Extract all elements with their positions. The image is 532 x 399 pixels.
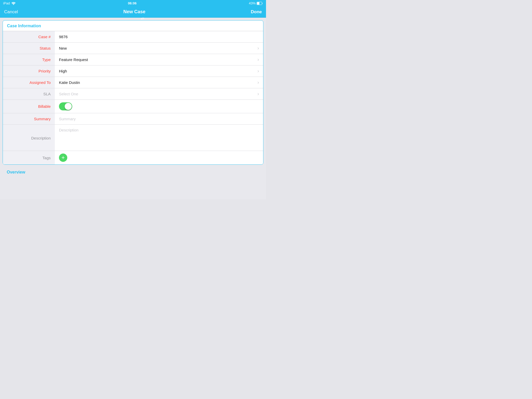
tags-row: Tags + xyxy=(3,151,263,164)
assigned-to-text: Katie Dustin xyxy=(59,80,80,85)
sla-row[interactable]: SLA Select One › xyxy=(3,88,263,100)
status-chevron-icon: › xyxy=(257,45,259,51)
assigned-to-row[interactable]: Assigned To Katie Dustin › xyxy=(3,77,263,88)
status-bar: iPad 06:06 43% xyxy=(0,0,266,6)
type-text: Feature Request xyxy=(59,57,88,62)
status-right: 43% xyxy=(249,1,263,5)
add-tag-button[interactable]: + xyxy=(59,154,67,162)
sla-chevron-icon: › xyxy=(257,91,259,97)
type-label: Type xyxy=(3,54,55,65)
toggle-knob xyxy=(65,103,72,110)
status-row[interactable]: Status New › xyxy=(3,43,263,54)
navigation-bar: Cancel New Case ✏ Done xyxy=(0,6,266,18)
section-title: Case Information xyxy=(7,24,41,28)
main-content: Case Information Case # 9876 Status New … xyxy=(0,18,266,200)
svg-point-0 xyxy=(13,4,14,5)
assigned-to-value[interactable]: Katie Dustin › xyxy=(55,77,263,88)
summary-row: Summary Summary xyxy=(3,113,263,125)
assigned-to-label: Assigned To xyxy=(3,77,55,88)
sla-label: SLA xyxy=(3,88,55,99)
overview-title[interactable]: Overview xyxy=(7,170,25,174)
nav-title: New Case xyxy=(123,9,145,15)
summary-label: Summary xyxy=(3,113,55,124)
priority-text: High xyxy=(59,69,67,73)
case-number-value[interactable]: 9876 xyxy=(55,32,263,42)
status-time: 06:06 xyxy=(128,1,136,5)
cancel-button[interactable]: Cancel xyxy=(4,9,18,15)
done-button[interactable]: Done xyxy=(251,9,262,15)
summary-value[interactable]: Summary xyxy=(55,114,263,124)
status-left: iPad xyxy=(3,1,16,5)
tags-value: + xyxy=(55,151,263,164)
battery-icon xyxy=(257,1,263,5)
sla-text: Select One xyxy=(59,92,78,96)
sla-value[interactable]: Select One › xyxy=(55,89,263,99)
description-row: Description Description xyxy=(3,125,263,151)
type-chevron-icon: › xyxy=(257,57,259,62)
billable-toggle[interactable] xyxy=(59,102,72,110)
summary-placeholder: Summary xyxy=(59,117,76,121)
case-information-section: Case Information Case # 9876 Status New … xyxy=(3,20,263,165)
section-header: Case Information xyxy=(3,21,263,31)
billable-value[interactable] xyxy=(55,100,263,113)
billable-label: Billable xyxy=(3,100,55,113)
billable-row: Billable xyxy=(3,100,263,113)
wifi-icon xyxy=(11,1,16,5)
description-label: Description xyxy=(3,125,55,151)
case-number-text: 9876 xyxy=(59,35,68,39)
device-label: iPad xyxy=(3,1,10,5)
priority-chevron-icon: › xyxy=(257,68,259,74)
description-value[interactable]: Description xyxy=(55,125,263,151)
priority-label: Priority xyxy=(3,65,55,77)
description-placeholder: Description xyxy=(59,128,78,132)
status-label: Status xyxy=(3,43,55,54)
tags-label: Tags xyxy=(3,151,55,164)
status-value[interactable]: New › xyxy=(55,43,263,54)
status-text: New xyxy=(59,46,67,50)
assigned-to-chevron-icon: › xyxy=(257,80,259,85)
overview-section: Overview xyxy=(3,167,263,177)
type-row[interactable]: Type Feature Request › xyxy=(3,54,263,65)
type-value[interactable]: Feature Request › xyxy=(55,54,263,65)
svg-rect-2 xyxy=(257,2,260,5)
billable-toggle-container[interactable] xyxy=(59,102,72,110)
priority-value[interactable]: High › xyxy=(55,66,263,76)
case-number-row: Case # 9876 xyxy=(3,31,263,43)
battery-percentage: 43% xyxy=(249,1,256,5)
case-number-label: Case # xyxy=(3,31,55,42)
priority-row[interactable]: Priority High › xyxy=(3,65,263,77)
